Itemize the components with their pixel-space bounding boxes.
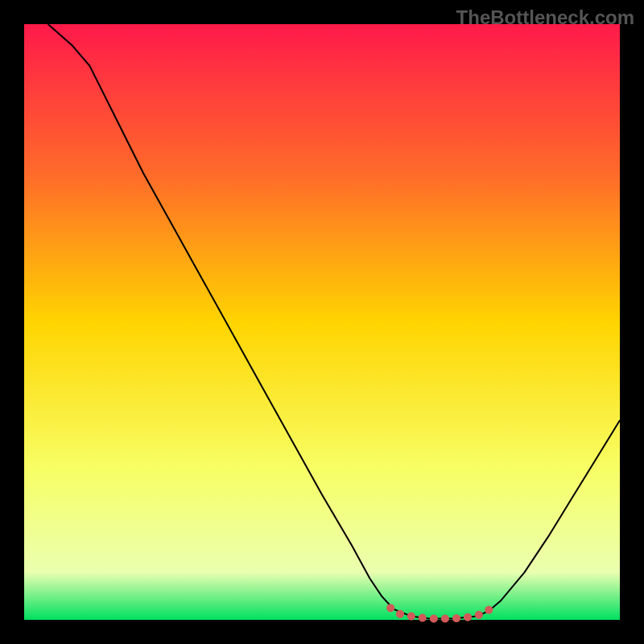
watermark-text: TheBottleneck.com xyxy=(456,6,634,29)
chart-container: TheBottleneck.com xyxy=(0,0,644,644)
chart-svg xyxy=(0,0,644,644)
